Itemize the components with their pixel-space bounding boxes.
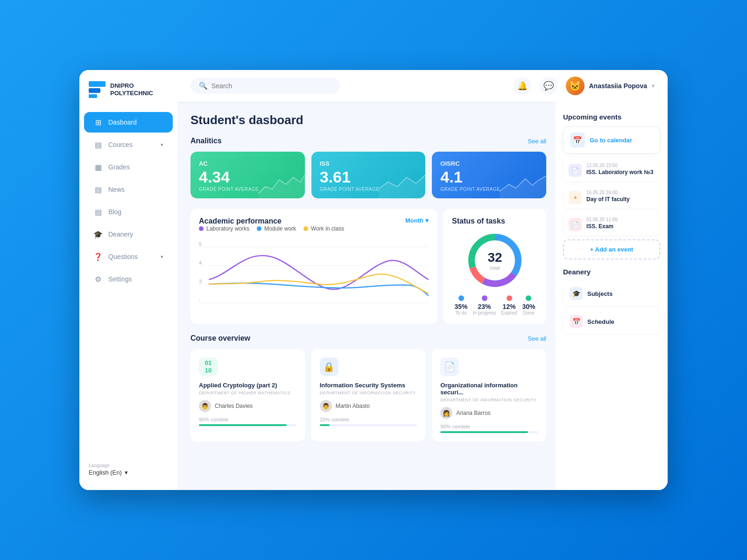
sidebar-item-courses[interactable]: ▤ Cources ▾	[84, 134, 173, 155]
expired-dot	[507, 295, 512, 301]
user-name: Anastasiia Popova	[589, 82, 648, 90]
card-subject: AC	[199, 160, 296, 167]
events-title: Upcoming events	[563, 113, 660, 121]
legend-label: Work in class	[311, 225, 344, 232]
sidebar-item-questions[interactable]: ❓ Questions ▾	[84, 246, 173, 267]
notification-button[interactable]: 🔔	[514, 77, 531, 95]
sidebar-item-blog[interactable]: ▤ Blog	[84, 202, 173, 222]
app-container: DNIPRO POLYTECHNIC ⊞ Dasboard ▤ Cources …	[79, 70, 668, 490]
sidebar-item-deanery[interactable]: 🎓 Deanery	[84, 224, 173, 245]
language-label: Language	[89, 463, 168, 468]
svg-text:3: 3	[199, 279, 202, 284]
search-input[interactable]	[211, 82, 324, 90]
tasks-title: Status of tasks	[452, 217, 538, 225]
deanery-subjects[interactable]: 🎓 Subjects	[563, 281, 660, 306]
month-selector[interactable]: Month ▾	[405, 217, 429, 224]
teacher-name: Martin Abasto	[336, 403, 370, 409]
todo-pct: 35%	[455, 303, 468, 310]
sidebar-item-grades[interactable]: ▦ Grades	[84, 157, 173, 177]
event-name-1: Day of IT faculty	[586, 196, 630, 203]
courses-title: Course overview	[190, 334, 250, 343]
sidebar-item-label: News	[108, 186, 125, 193]
sidebar-item-label: Deanery	[108, 231, 133, 238]
subjects-icon: 🎓	[570, 287, 583, 300]
legend-work-class: Work in class	[303, 225, 344, 232]
sidebar-item-label: Settings	[108, 275, 132, 283]
performance-card: Academic performance Month ▾ Laboratory …	[190, 209, 437, 324]
deanery-schedule[interactable]: 📅 Schedule	[563, 309, 660, 334]
done-pct: 30%	[522, 303, 535, 310]
sidebar-item-label: Questions	[108, 253, 138, 260]
event-name-2: ISS. Exam	[586, 223, 618, 230]
sidebar-item-label: Cources	[108, 141, 133, 148]
teacher-name: Ariana Barros	[456, 410, 490, 416]
legend-module-work: Module work	[257, 225, 296, 232]
user-info[interactable]: 🐱 Anastasiia Popova ▾	[566, 77, 655, 95]
schedule-icon: 📅	[570, 315, 583, 328]
event-item-1: ✦ 16.05.20 16:00 Day of IT faculty	[563, 185, 660, 209]
legend-dot-purple	[199, 226, 204, 231]
month-label: Month	[405, 217, 423, 224]
search-box: 🔍	[190, 78, 340, 94]
performance-title: Academic performance	[199, 217, 282, 225]
topbar: 🔍 🔔 💬 🐱 Anastasiia Popova ▾	[177, 70, 668, 102]
language-selector[interactable]: English (En) ▾	[89, 469, 168, 476]
sidebar-item-settings[interactable]: ⚙ Settings	[84, 269, 173, 289]
progress-bar	[199, 424, 296, 426]
sidebar-item-news[interactable]: ▤ News	[84, 179, 173, 200]
chevron-down-icon: ▾	[161, 142, 163, 148]
task-todo: 35% To do	[455, 295, 468, 315]
event-icon-1: ✦	[569, 191, 582, 204]
analytics-header: Analitics See all	[190, 137, 546, 145]
settings-icon: ⚙	[93, 274, 103, 284]
inprogress-pct: 23%	[473, 303, 496, 310]
teacher-avatar: 👨	[199, 400, 211, 412]
analytics-see-all[interactable]: See all	[528, 138, 546, 145]
sidebar-item-dashboard[interactable]: ⊞ Dasboard	[84, 112, 173, 133]
analytics-card-ac: AC 4.34 GRADE POINT AVERAGE	[190, 152, 305, 198]
progress-wrap: 90% comlete	[199, 417, 296, 426]
calendar-button[interactable]: 📅 Go to calendar	[563, 126, 660, 154]
course-name: Information Security Systems	[320, 382, 417, 389]
event-name-0: ISS. Laboratory work №3	[586, 169, 653, 175]
event-info-1: 16.05.20 16:00 Day of IT faculty	[586, 190, 630, 203]
teacher-avatar: 👩	[440, 407, 452, 419]
legend-lab-works: Laboratory works	[199, 225, 249, 232]
message-button[interactable]: 💬	[540, 77, 557, 95]
content: Student's dasboard Analitics See all AC …	[177, 102, 668, 490]
progress-fill	[440, 431, 528, 433]
progress-label: 90% comlete	[440, 424, 538, 429]
tasks-stats: 35% To do 23% In progress 12%	[452, 295, 538, 315]
card-subject: OISRC	[440, 160, 538, 167]
sidebar-footer: Language English (En) ▾	[79, 458, 177, 481]
legend-label: Laboratory works	[206, 225, 249, 232]
progress-bar	[320, 424, 417, 426]
progress-fill	[320, 424, 330, 426]
sidebar-item-label: Grades	[108, 163, 130, 171]
courses-see-all[interactable]: See all	[528, 335, 546, 342]
avatar: 🐱	[566, 77, 585, 95]
analytics-cards: AC 4.34 GRADE POINT AVERAGE ISS 3.61 GRA…	[190, 152, 546, 198]
courses-header: Course overview See all	[190, 334, 546, 343]
calendar-label: Go to calendar	[590, 137, 632, 144]
card-subject: ISS	[320, 160, 417, 167]
page-title: Student's dasboard	[190, 113, 546, 127]
add-event-button[interactable]: + Add an event	[563, 239, 660, 259]
progress-fill	[199, 424, 287, 426]
event-time-2: 01.06.20 11:00	[586, 217, 618, 222]
event-icon-0: 📄	[569, 164, 582, 177]
analytics-card-iss: ISS 3.61 GRADE POINT AVERAGE	[311, 152, 426, 198]
logo-text: DNIPRO POLYTECHNIC	[110, 82, 153, 97]
event-time-1: 16.05.20 16:00	[586, 190, 630, 195]
inprogress-dot	[482, 295, 487, 301]
main-area: 🔍 🔔 💬 🐱 Anastasiia Popova ▾ Stu	[177, 70, 668, 490]
course-name: Organizational information securi...	[440, 382, 538, 396]
progress-label: 90% comlete	[199, 417, 296, 422]
course-dept: DEPARTMENT OF INFORMATION SECURITY	[440, 398, 538, 402]
legend-dot-blue	[257, 226, 261, 231]
content-main: Student's dasboard Analitics See all AC …	[177, 102, 556, 490]
grades-icon: ▦	[93, 162, 103, 172]
chart-header: Academic performance Month ▾	[199, 217, 429, 225]
progress-label: 10% comlete	[320, 417, 417, 422]
analytics-card-oisrc: OISRC 4.1 GRADE POINT AVERAGE	[432, 152, 546, 198]
